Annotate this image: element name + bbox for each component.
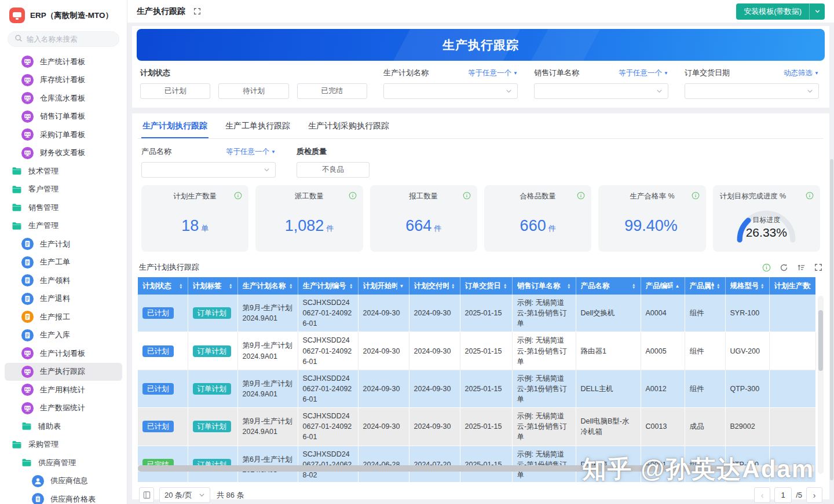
sort-icon[interactable]: ▲▼ — [451, 283, 455, 289]
info-icon[interactable] — [234, 192, 242, 200]
table-row[interactable]: 已完结订单计划第6月-生产计划2024.6A03SCJHXSDD240627-0… — [138, 446, 815, 482]
sidebar-item-仓库流水看板[interactable]: 仓库流水看板 — [5, 89, 122, 108]
sort-icon[interactable]: ▲▼ — [229, 283, 232, 289]
sidebar-item-生产领料[interactable]: 生产领料 — [5, 271, 122, 290]
table-row[interactable]: 已计划订单计划第9月-生产计划2024.9A01SCJHXSDD240627-0… — [138, 332, 815, 370]
sort-icon[interactable]: ▲▼ — [503, 283, 507, 289]
table-info-icon[interactable] — [762, 263, 771, 272]
sidebar-item-销售管理[interactable]: 销售管理 — [5, 198, 122, 217]
info-icon[interactable] — [806, 192, 814, 200]
sidebar-item-生产入库[interactable]: 生产入库 — [5, 326, 122, 345]
sort-asc-icon[interactable]: ▲ — [675, 284, 680, 289]
install-dropdown-caret[interactable] — [809, 3, 825, 20]
page-scrollbar[interactable] — [829, 23, 834, 504]
table-refresh-icon[interactable] — [780, 263, 788, 272]
sidebar-item-销售订单看板[interactable]: 销售订单看板 — [5, 108, 122, 126]
erp-logo-icon — [9, 8, 25, 23]
column-header-生产计划编号[interactable]: 生产计划编号▲▼ — [298, 277, 358, 295]
sidebar-item-生产执行跟踪[interactable]: 生产执行跟踪 — [5, 363, 122, 381]
column-header-计划状态[interactable]: 计划状态▲▼ — [138, 277, 188, 295]
info-icon[interactable] — [577, 192, 585, 200]
sidebar-item-生产统计看板[interactable]: 生产统计看板 — [5, 53, 122, 71]
sidebar-item-生产报工[interactable]: 生产报工 — [5, 308, 122, 326]
delivery-date-select[interactable] — [685, 83, 819, 99]
total-count: 共 86 条 — [217, 490, 244, 501]
sidebar: ERP（离散制造-MTO） 生产统计看板库存统计看板仓库流水看板销售订单看板采购… — [0, 0, 127, 504]
search-input[interactable] — [27, 35, 108, 43]
tab-生产计划采购执行跟踪[interactable]: 生产计划采购执行跟踪 — [307, 113, 390, 138]
status-badge: 已计划 — [142, 383, 174, 395]
product-name-select[interactable] — [141, 162, 276, 178]
sort-icon[interactable]: ▲▼ — [289, 283, 292, 289]
sidebar-item-供应商价格表[interactable]: 供应商价格表 — [5, 490, 122, 504]
sidebar-item-供应商信息[interactable]: 供应商信息 — [5, 472, 122, 491]
column-header-产品名称[interactable]: 产品名称▲▼ — [576, 277, 641, 295]
column-header-计划标签[interactable]: 计划标签▲▼ — [188, 277, 237, 295]
sort-icon[interactable]: ▲▼ — [179, 283, 182, 289]
next-page-button[interactable]: › — [806, 487, 822, 503]
sort-icon[interactable]: ▲▼ — [716, 283, 720, 289]
table-horizontal-scrollbar[interactable] — [138, 465, 814, 472]
column-header-计划交付时间[interactable]: 计划交付时间▲▼ — [409, 277, 460, 295]
tab-生产工单执行跟踪[interactable]: 生产工单执行跟踪 — [224, 113, 291, 138]
quality-option-defective[interactable]: 不良品 — [297, 162, 370, 178]
sidebar-item-库存统计看板[interactable]: 库存统计看板 — [5, 71, 122, 90]
sidebar-item-财务收支看板[interactable]: 财务收支看板 — [5, 144, 122, 163]
table-row[interactable]: 已计划订单计划第9月-生产计划2024.9A01SCJHXSDD240627-0… — [138, 408, 815, 446]
sort-icon[interactable]: ▲▼ — [760, 283, 764, 289]
column-header-产品属性[interactable]: 产品属性▲▼ — [685, 277, 725, 295]
sort-icon[interactable]: ▲▼ — [632, 283, 635, 289]
sidebar-item-生产工单[interactable]: 生产工单 — [5, 253, 122, 272]
install-template-button[interactable]: 安装模板(带数据) — [736, 3, 825, 20]
column-settings-icon[interactable] — [139, 487, 154, 503]
delivery-date-operator[interactable]: 动态筛选▼ — [784, 68, 819, 78]
sales-order-select[interactable] — [534, 83, 668, 99]
sidebar-item-生产用料统计[interactable]: 生产用料统计 — [5, 381, 122, 399]
sidebar-item-生产数据统计[interactable]: 生产数据统计 — [5, 399, 122, 418]
filter-card: 生产执行跟踪 计划状态 已计划 待计划 已完结 生产计划名称 — [132, 26, 829, 108]
sidebar-item-辅助表[interactable]: 辅助表 — [5, 417, 122, 436]
plan-name-operator[interactable]: 等于任意一个▼ — [468, 68, 518, 78]
info-icon[interactable] — [692, 192, 700, 200]
sort-desc-icon[interactable]: ▼ — [400, 284, 404, 289]
sidebar-item-采购订单看板[interactable]: 采购订单看板 — [5, 126, 122, 144]
column-header-计划生产数量[interactable]: 计划生产数量 — [769, 277, 815, 295]
table-vertical-scrollbar[interactable] — [818, 296, 824, 474]
sidebar-search[interactable] — [8, 31, 119, 47]
column-header-销售订单名称[interactable]: 销售订单名称▲▼ — [512, 277, 576, 295]
sidebar-item-技术管理[interactable]: 技术管理 — [5, 162, 122, 181]
current-page-input[interactable]: 1 — [774, 487, 792, 503]
sort-icon[interactable]: ▲▼ — [349, 283, 353, 289]
sidebar-item-生产计划看板[interactable]: 生产计划看板 — [5, 344, 122, 363]
sidebar-item-生产管理[interactable]: 生产管理 — [5, 217, 122, 236]
table-fullscreen-icon[interactable] — [814, 263, 822, 271]
plan-name-select[interactable] — [383, 83, 518, 99]
sidebar-item-客户管理[interactable]: 客户管理 — [5, 181, 122, 199]
clipboard-icon — [32, 493, 44, 504]
sidebar-item-生产退料[interactable]: 生产退料 — [5, 290, 122, 308]
status-option-planned[interactable]: 已计划 — [140, 83, 210, 99]
column-header-产品编码[interactable]: 产品编码▲ — [641, 277, 685, 295]
info-icon[interactable] — [463, 192, 471, 200]
column-header-生产计划名称[interactable]: 生产计划名称▲▼ — [237, 277, 298, 295]
table-sort-settings-icon[interactable] — [797, 263, 806, 272]
column-header-订单交货日期[interactable]: 订单交货日期▲▼ — [460, 277, 512, 295]
sidebar-item-采购管理[interactable]: 采购管理 — [5, 436, 122, 454]
sidebar-item-供应商管理[interactable]: 供应商管理 — [5, 454, 122, 472]
status-option-finished[interactable]: 已完结 — [297, 83, 367, 99]
sales-order-operator[interactable]: 等于任意一个▼ — [619, 68, 668, 78]
tab-生产计划执行跟踪[interactable]: 生产计划执行跟踪 — [141, 113, 209, 138]
sidebar-item-生产计划[interactable]: 生产计划 — [5, 235, 122, 253]
fullscreen-icon[interactable] — [193, 8, 201, 15]
prev-page-button[interactable]: ‹ — [754, 487, 770, 503]
table-row[interactable]: 已计划订单计划第9月-生产计划2024.9A01SCJHXSDD240627-0… — [138, 295, 815, 332]
sort-icon[interactable]: ▲▼ — [567, 283, 570, 289]
column-header-计划开始时间[interactable]: 计划开始时间▼ — [358, 277, 409, 295]
column-header-规格型号[interactable]: 规格型号▲▼ — [725, 277, 769, 295]
info-icon[interactable] — [349, 192, 357, 200]
table-row[interactable]: 已计划订单计划第9月-生产计划2024.9A01SCJHXSDD240627-0… — [138, 370, 815, 407]
page-size-select[interactable]: 20 条/页 — [159, 487, 210, 503]
status-option-pending[interactable]: 待计划 — [218, 83, 288, 99]
product-name-operator[interactable]: 等于任意一个▼ — [226, 147, 276, 157]
folder-icon — [12, 440, 22, 449]
